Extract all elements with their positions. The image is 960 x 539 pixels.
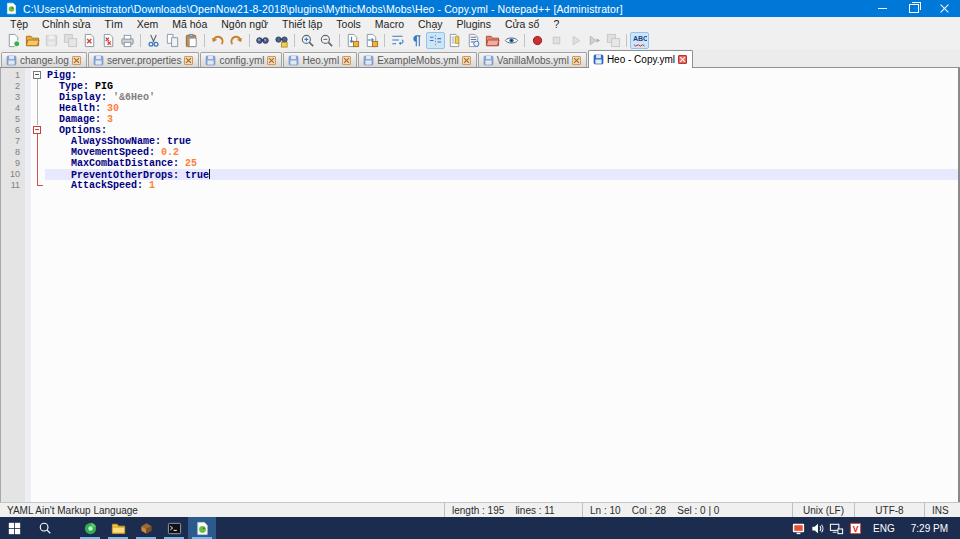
tab-vanillamobs-yml[interactable]: VanillaMobs.yml — [478, 52, 587, 67]
line-number[interactable]: 9 — [1, 158, 25, 169]
zoom-in-button[interactable] — [298, 32, 317, 49]
cut-button[interactable] — [144, 32, 163, 49]
encoding-status[interactable]: UTF-8 — [855, 503, 925, 517]
eol-format-status[interactable]: Unix (LF) — [793, 503, 855, 517]
fold-collapse-icon[interactable] — [33, 126, 41, 134]
editor-line-4[interactable]: 4 Health: 30 — [1, 103, 958, 114]
line-number[interactable]: 6 — [1, 125, 25, 136]
notepadpp-icon[interactable] — [5, 2, 18, 15]
word-wrap-button[interactable] — [388, 32, 407, 49]
tab-change-log[interactable]: change.log — [1, 52, 87, 67]
taskbar-app-cmd[interactable] — [160, 517, 188, 539]
tab-close-icon[interactable] — [184, 56, 193, 65]
code-text[interactable]: Display: '&6Heo' — [45, 92, 958, 103]
sync-vertical-button[interactable] — [343, 32, 362, 49]
fold-margin[interactable] — [31, 103, 45, 114]
redo-button[interactable] — [227, 32, 246, 49]
menu-cua-so[interactable]: Cửa sổ — [498, 18, 546, 30]
editor-line-8[interactable]: 8 MovementSpeed: 0.2 — [1, 147, 958, 158]
editor[interactable]: 1Pigg:2 Type: PIG3 Display: '&6Heo'4 Hea… — [0, 68, 960, 502]
tab-close-icon[interactable] — [462, 56, 471, 65]
tab-close-icon[interactable] — [678, 55, 687, 64]
undo-button[interactable] — [208, 32, 227, 49]
fold-margin[interactable] — [31, 125, 45, 136]
tab-heo-yml[interactable]: Heo.yml — [283, 52, 357, 67]
editor-line-11[interactable]: 11 AttackSpeed: 1 — [1, 180, 958, 191]
document-map-button[interactable] — [445, 32, 464, 49]
menu-chay[interactable]: Chạy — [411, 18, 450, 30]
editor-line-9[interactable]: 9 MaxCombatDistance: 25 — [1, 158, 958, 169]
menu-tools[interactable]: Tools — [329, 18, 368, 30]
fold-margin[interactable] — [31, 136, 45, 147]
tab-close-icon[interactable] — [342, 56, 351, 65]
line-number[interactable]: 5 — [1, 114, 25, 125]
paste-button[interactable] — [182, 32, 201, 49]
tab-config-yml[interactable]: config.yml — [200, 52, 282, 67]
code-text[interactable]: AlwaysShowName: true — [45, 136, 958, 147]
v-app-icon[interactable]: V — [846, 517, 865, 539]
taskbar-clock[interactable]: 7:29 PM — [903, 517, 960, 539]
tab-heo-copy-yml[interactable]: Heo - Copy.yml — [588, 50, 693, 68]
editor-line-6[interactable]: 6 Options: — [1, 125, 958, 136]
zoom-out-button[interactable] — [317, 32, 336, 49]
folder-as-workspace-button[interactable] — [483, 32, 502, 49]
restore-button[interactable] — [898, 0, 929, 17]
line-number[interactable]: 3 — [1, 92, 25, 103]
editor-line-2[interactable]: 2 Type: PIG — [1, 81, 958, 92]
menu-macro[interactable]: Macro — [368, 18, 411, 30]
close-button[interactable] — [929, 0, 960, 17]
close-doc-button[interactable] — [80, 32, 99, 49]
fold-margin[interactable] — [31, 158, 45, 169]
line-number[interactable]: 4 — [1, 103, 25, 114]
start-button[interactable] — [0, 517, 28, 539]
menu-xem[interactable]: Xem — [130, 18, 166, 30]
taskbar-app-green-app[interactable] — [76, 517, 104, 539]
replace-button[interactable] — [272, 32, 291, 49]
line-number[interactable]: 8 — [1, 147, 25, 158]
code-text[interactable]: Type: PIG — [45, 81, 958, 92]
close-all-docs-button[interactable] — [99, 32, 118, 49]
taskbar-app-game-app[interactable] — [132, 517, 160, 539]
taskbar-app-notepadpp[interactable] — [188, 517, 216, 539]
editor-line-10[interactable]: 10 PreventOtherDrops: true — [1, 169, 958, 180]
tab-server-properties[interactable]: server.properties — [88, 52, 199, 67]
line-number[interactable]: 7 — [1, 136, 25, 147]
spell-check-abc-button[interactable]: ABC — [630, 32, 649, 49]
code-text[interactable]: PreventOtherDrops: true — [45, 169, 958, 180]
open-folder-button[interactable] — [23, 32, 42, 49]
editor-line-1[interactable]: 1Pigg: — [1, 70, 958, 81]
tab-close-icon[interactable] — [267, 56, 276, 65]
line-number[interactable]: 1 — [1, 70, 25, 81]
code-text[interactable]: Damage: 3 — [45, 114, 958, 125]
tab-close-icon[interactable] — [572, 56, 581, 65]
length-lines-status[interactable]: length : 195 lines : 11 — [445, 503, 583, 517]
new-file-button[interactable] — [4, 32, 23, 49]
speaker-icon[interactable] — [808, 517, 827, 539]
copy-button[interactable] — [163, 32, 182, 49]
menu-tep[interactable]: Tệp — [3, 18, 35, 30]
monitoring-eye-button[interactable] — [502, 32, 521, 49]
tab-examplemobs-yml[interactable]: ExampleMobs.yml — [358, 52, 477, 67]
print-button[interactable] — [118, 32, 137, 49]
menu-tim[interactable]: Tìm — [98, 18, 130, 30]
language-indicator[interactable]: ENG — [865, 517, 903, 539]
code-text[interactable]: Options: — [45, 125, 958, 136]
code-text[interactable]: AttackSpeed: 1 — [45, 180, 958, 191]
tab-close-icon[interactable] — [72, 56, 81, 65]
menu-chinh-sua[interactable]: Chỉnh sửa — [35, 18, 97, 30]
screen-recorder-icon[interactable] — [789, 517, 808, 539]
fold-margin[interactable] — [31, 70, 45, 81]
editor-line-7[interactable]: 7 AlwaysShowName: true — [1, 136, 958, 147]
insert-mode-status[interactable]: INS — [925, 503, 960, 517]
menu-help[interactable]: ? — [546, 18, 566, 30]
doctype-status[interactable]: YAML Ain't Markup Language — [0, 503, 445, 517]
minimize-button[interactable] — [867, 0, 898, 17]
indent-guide-button[interactable] — [426, 32, 445, 49]
menu-ngon-ngu[interactable]: Ngôn ngữ — [214, 18, 275, 30]
macro-record-button[interactable] — [528, 32, 547, 49]
network-icon[interactable] — [827, 517, 846, 539]
show-all-characters-button[interactable] — [407, 32, 426, 49]
fold-margin[interactable] — [31, 92, 45, 103]
fold-margin[interactable] — [31, 169, 45, 180]
code-text[interactable]: Pigg: — [45, 70, 958, 81]
